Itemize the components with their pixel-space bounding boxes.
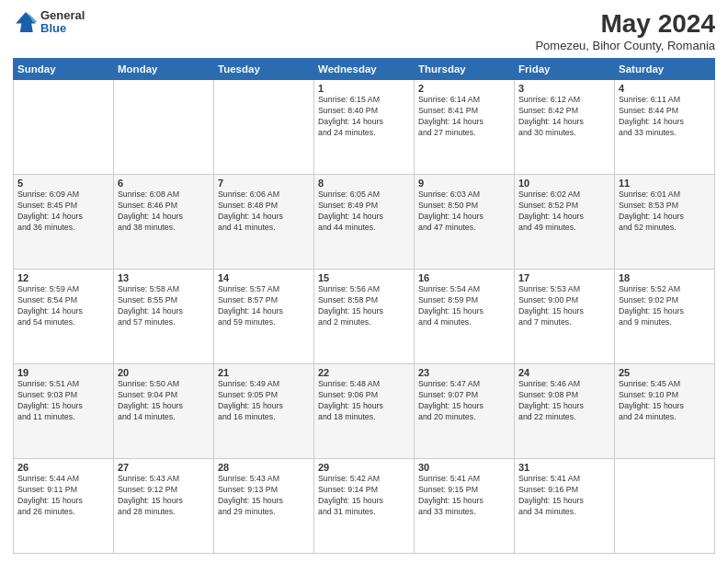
col-header-thursday: Thursday xyxy=(415,59,515,80)
day-number: 3 xyxy=(518,83,610,94)
day-cell: 9Sunrise: 6:03 AM Sunset: 8:50 PM Daylig… xyxy=(415,175,515,270)
day-number: 5 xyxy=(17,178,109,189)
day-cell: 31Sunrise: 5:41 AM Sunset: 9:16 PM Dayli… xyxy=(515,459,615,554)
month-year: May 2024 xyxy=(535,9,715,39)
location: Pomezeu, Bihor County, Romania xyxy=(535,39,715,52)
week-row-1: 1Sunrise: 6:15 AM Sunset: 8:40 PM Daylig… xyxy=(14,80,715,175)
day-number: 13 xyxy=(118,272,210,283)
day-info: Sunrise: 5:57 AM Sunset: 8:57 PM Dayligh… xyxy=(218,284,310,328)
logo-text: General Blue xyxy=(40,9,85,36)
col-header-wednesday: Wednesday xyxy=(314,59,415,80)
week-row-4: 19Sunrise: 5:51 AM Sunset: 9:03 PM Dayli… xyxy=(14,364,715,459)
day-info: Sunrise: 6:09 AM Sunset: 8:45 PM Dayligh… xyxy=(17,190,109,234)
day-info: Sunrise: 5:56 AM Sunset: 8:58 PM Dayligh… xyxy=(318,284,410,328)
day-cell: 22Sunrise: 5:48 AM Sunset: 9:06 PM Dayli… xyxy=(314,364,415,459)
day-cell: 1Sunrise: 6:15 AM Sunset: 8:40 PM Daylig… xyxy=(314,80,415,175)
day-number: 9 xyxy=(418,178,510,189)
day-cell: 6Sunrise: 6:08 AM Sunset: 8:46 PM Daylig… xyxy=(114,175,214,270)
day-number: 15 xyxy=(318,272,410,283)
day-number: 17 xyxy=(518,272,610,283)
day-cell: 23Sunrise: 5:47 AM Sunset: 9:07 PM Dayli… xyxy=(415,364,515,459)
day-cell: 8Sunrise: 6:05 AM Sunset: 8:49 PM Daylig… xyxy=(314,175,415,270)
day-cell xyxy=(615,459,715,554)
day-number: 16 xyxy=(418,272,510,283)
col-header-friday: Friday xyxy=(515,59,615,80)
day-info: Sunrise: 5:53 AM Sunset: 9:00 PM Dayligh… xyxy=(518,284,610,328)
col-header-sunday: Sunday xyxy=(14,59,114,80)
day-number: 21 xyxy=(218,367,310,378)
day-cell: 3Sunrise: 6:12 AM Sunset: 8:42 PM Daylig… xyxy=(515,80,615,175)
day-info: Sunrise: 5:58 AM Sunset: 8:55 PM Dayligh… xyxy=(118,284,210,328)
day-info: Sunrise: 5:48 AM Sunset: 9:06 PM Dayligh… xyxy=(318,379,410,423)
logo: General Blue xyxy=(13,9,85,36)
day-cell: 13Sunrise: 5:58 AM Sunset: 8:55 PM Dayli… xyxy=(114,270,214,364)
page: General Blue May 2024 Pomezeu, Bihor Cou… xyxy=(0,0,728,563)
day-number: 26 xyxy=(17,462,109,473)
day-cell: 21Sunrise: 5:49 AM Sunset: 9:05 PM Dayli… xyxy=(214,364,314,459)
day-info: Sunrise: 6:15 AM Sunset: 8:40 PM Dayligh… xyxy=(318,95,410,139)
day-info: Sunrise: 5:43 AM Sunset: 9:13 PM Dayligh… xyxy=(218,474,310,518)
day-cell: 14Sunrise: 5:57 AM Sunset: 8:57 PM Dayli… xyxy=(214,270,314,364)
header-row: SundayMondayTuesdayWednesdayThursdayFrid… xyxy=(14,59,715,80)
day-cell: 12Sunrise: 5:59 AM Sunset: 8:54 PM Dayli… xyxy=(14,270,114,364)
col-header-tuesday: Tuesday xyxy=(214,59,314,80)
day-cell: 29Sunrise: 5:42 AM Sunset: 9:14 PM Dayli… xyxy=(314,459,415,554)
day-number: 31 xyxy=(518,462,610,473)
week-row-5: 26Sunrise: 5:44 AM Sunset: 9:11 PM Dayli… xyxy=(14,459,715,554)
day-info: Sunrise: 5:54 AM Sunset: 8:59 PM Dayligh… xyxy=(418,284,510,328)
day-number: 27 xyxy=(118,462,210,473)
day-cell: 5Sunrise: 6:09 AM Sunset: 8:45 PM Daylig… xyxy=(14,175,114,270)
day-info: Sunrise: 5:59 AM Sunset: 8:54 PM Dayligh… xyxy=(17,284,109,328)
day-info: Sunrise: 5:49 AM Sunset: 9:05 PM Dayligh… xyxy=(218,379,310,423)
day-info: Sunrise: 5:43 AM Sunset: 9:12 PM Dayligh… xyxy=(118,474,210,518)
header: General Blue May 2024 Pomezeu, Bihor Cou… xyxy=(13,9,715,52)
day-number: 6 xyxy=(118,178,210,189)
day-info: Sunrise: 6:08 AM Sunset: 8:46 PM Dayligh… xyxy=(118,190,210,234)
day-info: Sunrise: 6:02 AM Sunset: 8:52 PM Dayligh… xyxy=(518,190,610,234)
day-info: Sunrise: 5:46 AM Sunset: 9:08 PM Dayligh… xyxy=(518,379,610,423)
day-info: Sunrise: 5:41 AM Sunset: 9:16 PM Dayligh… xyxy=(518,474,610,518)
day-info: Sunrise: 6:14 AM Sunset: 8:41 PM Dayligh… xyxy=(418,95,510,139)
day-cell: 4Sunrise: 6:11 AM Sunset: 8:44 PM Daylig… xyxy=(615,80,715,175)
day-info: Sunrise: 5:52 AM Sunset: 9:02 PM Dayligh… xyxy=(619,284,711,328)
week-row-2: 5Sunrise: 6:09 AM Sunset: 8:45 PM Daylig… xyxy=(14,175,715,270)
title-block: May 2024 Pomezeu, Bihor County, Romania xyxy=(535,9,715,52)
day-cell xyxy=(114,80,214,175)
day-info: Sunrise: 5:41 AM Sunset: 9:15 PM Dayligh… xyxy=(418,474,510,518)
day-cell: 15Sunrise: 5:56 AM Sunset: 8:58 PM Dayli… xyxy=(314,270,415,364)
day-number: 23 xyxy=(418,367,510,378)
day-cell: 16Sunrise: 5:54 AM Sunset: 8:59 PM Dayli… xyxy=(415,270,515,364)
day-cell: 30Sunrise: 5:41 AM Sunset: 9:15 PM Dayli… xyxy=(415,459,515,554)
day-number: 29 xyxy=(318,462,410,473)
day-info: Sunrise: 6:12 AM Sunset: 8:42 PM Dayligh… xyxy=(518,95,610,139)
day-number: 22 xyxy=(318,367,410,378)
day-info: Sunrise: 5:50 AM Sunset: 9:04 PM Dayligh… xyxy=(118,379,210,423)
day-number: 7 xyxy=(218,178,310,189)
day-cell: 10Sunrise: 6:02 AM Sunset: 8:52 PM Dayli… xyxy=(515,175,615,270)
day-cell xyxy=(14,80,114,175)
week-row-3: 12Sunrise: 5:59 AM Sunset: 8:54 PM Dayli… xyxy=(14,270,715,364)
logo-icon xyxy=(13,9,39,35)
day-info: Sunrise: 5:47 AM Sunset: 9:07 PM Dayligh… xyxy=(418,379,510,423)
day-cell: 11Sunrise: 6:01 AM Sunset: 8:53 PM Dayli… xyxy=(615,175,715,270)
day-cell xyxy=(214,80,314,175)
col-header-saturday: Saturday xyxy=(615,59,715,80)
day-cell: 19Sunrise: 5:51 AM Sunset: 9:03 PM Dayli… xyxy=(14,364,114,459)
day-cell: 7Sunrise: 6:06 AM Sunset: 8:48 PM Daylig… xyxy=(214,175,314,270)
day-number: 11 xyxy=(619,178,711,189)
day-info: Sunrise: 6:05 AM Sunset: 8:49 PM Dayligh… xyxy=(318,190,410,234)
day-info: Sunrise: 5:44 AM Sunset: 9:11 PM Dayligh… xyxy=(17,474,109,518)
day-cell: 25Sunrise: 5:45 AM Sunset: 9:10 PM Dayli… xyxy=(615,364,715,459)
day-number: 2 xyxy=(418,83,510,94)
day-number: 12 xyxy=(17,272,109,283)
day-number: 14 xyxy=(218,272,310,283)
day-number: 20 xyxy=(118,367,210,378)
day-cell: 2Sunrise: 6:14 AM Sunset: 8:41 PM Daylig… xyxy=(415,80,515,175)
day-number: 1 xyxy=(318,83,410,94)
day-info: Sunrise: 5:51 AM Sunset: 9:03 PM Dayligh… xyxy=(17,379,109,423)
day-number: 28 xyxy=(218,462,310,473)
calendar-table: SundayMondayTuesdayWednesdayThursdayFrid… xyxy=(13,58,715,554)
day-cell: 20Sunrise: 5:50 AM Sunset: 9:04 PM Dayli… xyxy=(114,364,214,459)
day-number: 25 xyxy=(619,367,711,378)
day-cell: 18Sunrise: 5:52 AM Sunset: 9:02 PM Dayli… xyxy=(615,270,715,364)
